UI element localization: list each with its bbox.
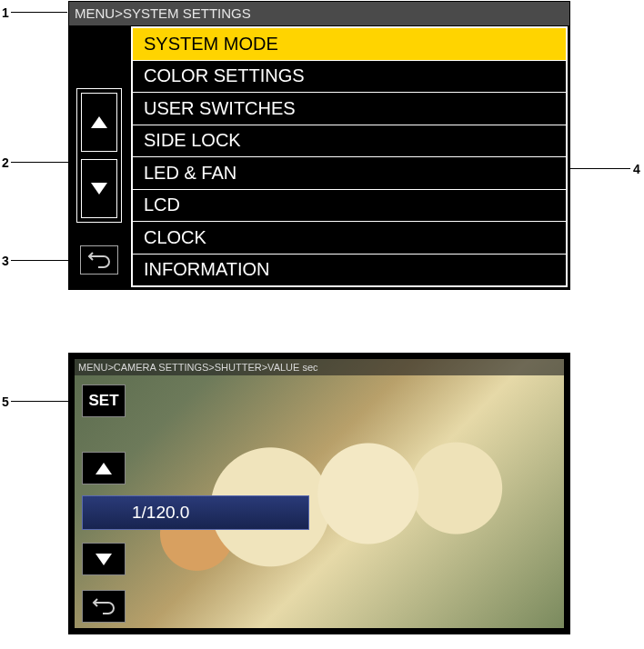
callout-4: 4 <box>633 162 640 176</box>
back-button[interactable] <box>80 245 118 275</box>
shutter-value-display: 1/120.0 <box>82 495 309 530</box>
menu-item-label: USER SWITCHES <box>144 98 296 119</box>
menu-item-user-switches[interactable]: USER SWITCHES <box>133 93 566 125</box>
value-down-button[interactable] <box>82 543 126 575</box>
nav-up-button[interactable] <box>81 93 117 152</box>
menu-item-label: LED & FAN <box>144 163 236 184</box>
callout-4-line <box>570 168 630 169</box>
menu-item-label: CLOCK <box>144 227 206 248</box>
triangle-down-icon <box>91 183 107 195</box>
return-icon <box>92 598 116 614</box>
value-up-button[interactable] <box>82 452 126 484</box>
triangle-down-icon <box>96 554 112 565</box>
callout-1-line <box>11 12 67 13</box>
set-button-label: SET <box>88 392 118 410</box>
menu-item-information[interactable]: INFORMATION <box>133 255 566 286</box>
shutter-value: 1/120.0 <box>132 503 189 523</box>
menu-item-side-lock[interactable]: SIDE LOCK <box>133 125 566 158</box>
menu-list: SYSTEM MODE COLOR SETTINGS USER SWITCHES… <box>131 26 568 287</box>
live-view-image <box>75 359 564 628</box>
callout-5: 5 <box>2 394 9 409</box>
menu-item-led-fan[interactable]: LED & FAN <box>133 157 566 190</box>
menu-item-label: COLOR SETTINGS <box>144 65 305 86</box>
breadcrumb: MENU>CAMERA SETTINGS>SHUTTER>VALUE sec <box>75 359 564 375</box>
triangle-up-icon <box>96 463 112 474</box>
menu-item-color-settings[interactable]: COLOR SETTINGS <box>133 61 566 94</box>
set-button[interactable]: SET <box>82 384 126 417</box>
menu-item-label: SIDE LOCK <box>144 130 241 151</box>
return-icon <box>87 252 111 268</box>
menu-item-clock[interactable]: CLOCK <box>133 222 566 255</box>
menu-item-label: INFORMATION <box>144 259 270 280</box>
callout-1: 1 <box>2 5 9 20</box>
nav-down-button[interactable] <box>81 159 117 218</box>
back-button[interactable] <box>82 590 126 623</box>
menu-item-label: SYSTEM MODE <box>144 34 278 55</box>
callout-2-line <box>11 162 75 163</box>
menu-item-label: LCD <box>144 195 180 215</box>
nav-buttons-group <box>76 88 122 223</box>
callout-3: 3 <box>2 254 9 268</box>
menu-item-system-mode[interactable]: SYSTEM MODE <box>133 28 566 61</box>
breadcrumb: MENU>SYSTEM SETTINGS <box>69 2 569 25</box>
triangle-up-icon <box>91 116 107 128</box>
live-view-screen: MENU>CAMERA SETTINGS>SHUTTER>VALUE sec S… <box>68 353 570 634</box>
menu-item-lcd[interactable]: LCD <box>133 190 566 223</box>
menu-screen: MENU>SYSTEM SETTINGS SYSTEM MODE COLOR S… <box>68 1 570 290</box>
callout-2: 2 <box>2 155 9 170</box>
